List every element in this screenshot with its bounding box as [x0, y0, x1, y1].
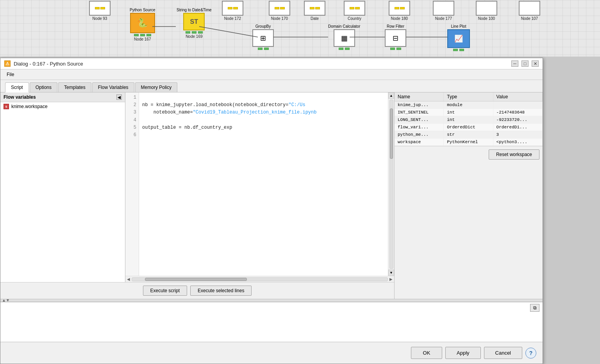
apply-button[interactable]: Apply: [445, 347, 481, 359]
line-numbers: 1 2 3 4 5 6: [125, 92, 139, 276]
maximize-button[interactable]: □: [521, 60, 529, 67]
cell-type: OrderedDict: [444, 124, 493, 131]
cell-value: <python3....: [493, 138, 542, 146]
execute-bar: Execute script Execute selected lines: [0, 282, 394, 299]
cell-type: module: [444, 101, 493, 109]
cell-value: 3: [493, 131, 542, 138]
cancel-button[interactable]: Cancel: [484, 347, 522, 359]
menu-bar: File: [0, 69, 543, 80]
cell-value: -92233720...: [493, 116, 542, 124]
node-date[interactable]: Date: [304, 1, 325, 21]
node-groupby[interactable]: GroupBy ⊞: [252, 24, 274, 50]
console-area: ⧉: [0, 302, 543, 345]
cell-value: OrderedDi...: [493, 124, 542, 131]
copy-console-button[interactable]: ⧉: [530, 304, 539, 312]
cell-name: INT_SENTINEL: [395, 109, 444, 116]
reset-workspace-button[interactable]: Reset workspace: [489, 149, 539, 160]
tab-memory-policy[interactable]: Memory Policy: [135, 82, 178, 92]
cell-name: LONG_SENT...: [395, 116, 444, 124]
node-177[interactable]: Node 177: [433, 1, 454, 21]
execute-script-button[interactable]: Execute script: [143, 286, 187, 296]
vertical-scrollbar[interactable]: ▲ ▼: [388, 92, 394, 276]
close-button[interactable]: ✕: [532, 60, 539, 67]
node-line-plot[interactable]: Line Plot 📈: [447, 24, 470, 51]
node-107[interactable]: Node 107: [519, 1, 540, 21]
node-row-filter[interactable]: Row Filter ⊟: [385, 24, 406, 50]
flow-var-knime-workspace[interactable]: s knime.workspace: [0, 102, 125, 111]
dialog-window: ⚠ Dialog - 0:167 - Python Source ─ □ ✕ F…: [0, 58, 543, 364]
node-170[interactable]: Node 170: [269, 1, 290, 21]
tab-flow-variables[interactable]: Flow Variables: [92, 82, 134, 92]
cell-name: python_me...: [395, 131, 444, 138]
col-header-type: Type: [444, 92, 493, 101]
reset-bar: Reset workspace: [395, 146, 543, 163]
dialog-warning-icon: ⚠: [4, 60, 11, 67]
scroll-down-button[interactable]: ▼: [388, 270, 394, 276]
cell-name: workspace: [395, 138, 444, 146]
cell-name: knime_jup...: [395, 101, 444, 109]
scroll-up-button[interactable]: ▲: [388, 92, 394, 99]
node-93[interactable]: Node 93: [89, 1, 111, 21]
cell-type: str: [444, 131, 493, 138]
table-row: workspace PythonKernel <python3....: [395, 138, 543, 146]
minimize-button[interactable]: ─: [511, 60, 518, 67]
cell-type: PythonKernel: [444, 138, 493, 146]
splitter[interactable]: ▲▼: [0, 299, 543, 302]
window-controls: ─ □ ✕: [511, 60, 539, 67]
tab-script[interactable]: Script: [5, 82, 29, 92]
cell-type: int: [444, 116, 493, 124]
col-header-name: Name: [395, 92, 444, 101]
node-country[interactable]: Country: [344, 1, 365, 21]
table-row: INT_SENTINEL int -2147483648: [395, 109, 543, 116]
dialog-titlebar: ⚠ Dialog - 0:167 - Python Source ─ □ ✕: [0, 58, 543, 69]
code-editor[interactable]: nb = knime_jupyter.load_notebook(noteboo…: [139, 92, 388, 276]
menu-file[interactable]: File: [4, 71, 16, 78]
node-180[interactable]: Node 180: [389, 1, 410, 21]
cell-value: -2147483648: [493, 109, 542, 116]
cell-value: [493, 101, 542, 109]
table-row: LONG_SENT... int -92233720...: [395, 116, 543, 124]
ok-button[interactable]: OK: [411, 347, 442, 359]
node-100[interactable]: Node 100: [476, 1, 497, 21]
tab-bar: Script Options Templates Flow Variables …: [0, 80, 543, 92]
script-editor: 1 2 3 4 5 6 nb = knime_jupyter.load_note…: [125, 92, 394, 282]
dialog-title: Dialog - 0:167 - Python Source: [14, 61, 508, 67]
table-row: knime_jup... module: [395, 101, 543, 109]
node-domain-calculator[interactable]: Domain Calculator ▦: [328, 24, 360, 50]
variables-table: Name Type Value knime_jup... module INT_…: [395, 92, 543, 146]
cell-name: flow_vari...: [395, 124, 444, 131]
node-172[interactable]: Node 172: [222, 1, 243, 21]
workflow-canvas: Node 93 Python Source 🐍 Node 167 String …: [0, 0, 600, 57]
vars-table-panel: Name Type Value knime_jup... module INT_…: [394, 92, 543, 299]
collapse-button[interactable]: ◀: [116, 94, 122, 100]
help-button[interactable]: ?: [525, 348, 536, 359]
flow-vars-header: Flow variables ◀: [0, 92, 125, 102]
table-row: flow_vari... OrderedDict OrderedDi...: [395, 124, 543, 131]
col-header-value: Value: [493, 92, 542, 101]
table-row: python_me... str 3: [395, 131, 543, 138]
node-167[interactable]: Python Source 🐍 Node 167: [130, 8, 155, 41]
bottom-button-bar: OK Apply Cancel ?: [0, 342, 543, 364]
tab-templates[interactable]: Templates: [58, 82, 91, 92]
console-output: [0, 302, 543, 305]
tab-options[interactable]: Options: [30, 82, 57, 92]
horizontal-scrollbar[interactable]: ◀ ▶: [125, 276, 394, 282]
cell-type: int: [444, 109, 493, 116]
execute-selected-lines-button[interactable]: Execute selected lines: [190, 286, 252, 296]
flow-vars-panel: Flow variables ◀ s knime.workspace: [0, 92, 125, 282]
node-169[interactable]: String to Date&Time ST Node 169: [177, 8, 212, 39]
var-icon: s: [4, 104, 9, 109]
